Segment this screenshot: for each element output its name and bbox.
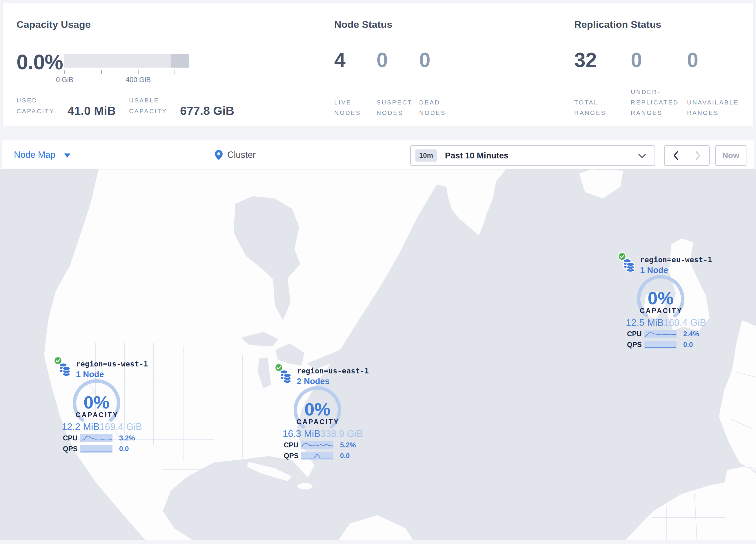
gauge-capacity-label: Capacity	[76, 411, 119, 419]
breadcrumb[interactable]: Cluster	[215, 150, 256, 160]
usable-capacity-stat: Usable Capacity 677.8 GiB	[129, 95, 234, 116]
breadcrumb-label: Cluster	[227, 150, 256, 160]
capacity-axis-tick	[64, 70, 65, 74]
suspect-nodes-stat: 0 Suspect Nodes	[377, 49, 417, 118]
time-range-label: Past 10 Minutes	[445, 151, 508, 160]
suspect-nodes-label: Suspect Nodes	[377, 97, 417, 118]
qps-metric-row: QPS 0.0	[63, 444, 129, 454]
locality-name[interactable]: region=us-west-1	[76, 360, 148, 368]
capacity-values: 16.3 MiB 338.9 GiB	[283, 428, 359, 439]
total-ranges-value: 32	[574, 49, 628, 71]
database-icon	[59, 362, 70, 376]
usable-capacity-label: Usable Capacity	[129, 95, 176, 116]
gauge-capacity-label: Capacity	[297, 418, 339, 426]
locality-name[interactable]: region=us-east-1	[297, 367, 369, 375]
unavailable-ranges-value: 0	[687, 49, 745, 71]
locality-card[interactable]: region=eu-west-1 1 Node 0% Capacity 12.5…	[622, 254, 721, 353]
cpu-metric-row: CPU 5.2%	[284, 440, 356, 450]
locality-marker: region=us-east-1 2 Nodes	[275, 363, 370, 384]
cluster-summary-panel: Capacity Usage 0.0% 0 GiB 400 GiB Used C…	[2, 3, 754, 126]
cpu-value: 5.2%	[340, 441, 356, 449]
capacity-used-value: 12.2 MiB	[62, 421, 99, 432]
node-status-title: Node Status	[334, 19, 392, 30]
cpu-label: CPU	[627, 330, 644, 338]
usable-capacity-value: 677.8 GiB	[180, 104, 234, 118]
now-button[interactable]: Now	[715, 145, 746, 166]
capacity-total-value: 338.9 GiB	[320, 428, 363, 439]
locality-node-count[interactable]: 1 Node	[640, 265, 712, 275]
live-nodes-label: Live Nodes	[334, 97, 375, 118]
database-icon	[280, 369, 291, 383]
capacity-axis-label: 400 GiB	[118, 76, 159, 84]
capacity-axis-label: 0 GiB	[44, 76, 85, 84]
under-replicated-ranges-stat: 0 Under-replicated Ranges	[631, 49, 685, 118]
capacity-bar-reserved-segment	[171, 54, 189, 68]
capacity-percent-value: 0.0%	[17, 50, 63, 74]
cpu-sparkline	[80, 434, 112, 442]
chevron-down-icon	[638, 154, 646, 158]
locality-card[interactable]: region=us-west-1 1 Node 0% Capacity 12.2…	[58, 359, 157, 457]
chevron-right-icon	[695, 151, 701, 160]
gauge-percent: 0%	[83, 392, 110, 412]
map-toolbar: Node Map Cluster 10m Past 10 Minutes Now	[2, 140, 754, 169]
qps-label: QPS	[63, 445, 80, 453]
time-next-button[interactable]	[687, 146, 709, 165]
locality-node-count[interactable]: 1 Node	[76, 370, 148, 379]
qps-value: 0.0	[119, 445, 129, 453]
qps-sparkline	[644, 341, 677, 349]
gauge-capacity-label: Capacity	[640, 307, 683, 315]
cpu-metric-row: CPU 2.4%	[627, 329, 699, 339]
locality-node-count[interactable]: 2 Nodes	[297, 377, 369, 386]
under-replicated-ranges-label: Under-replicated Ranges	[631, 87, 685, 118]
capacity-bar	[64, 54, 189, 68]
dead-nodes-label: Dead Nodes	[419, 97, 463, 118]
time-window-nav	[664, 145, 710, 166]
capacity-used-value: 16.3 MiB	[283, 428, 320, 439]
locality-card[interactable]: region=us-east-1 2 Nodes 0% Capacity 16.…	[279, 366, 377, 464]
locality-name[interactable]: region=eu-west-1	[640, 255, 712, 264]
replication-status-section: Replication Status 32 Total Ranges 0 Und…	[574, 3, 754, 126]
caret-down-icon	[64, 153, 70, 157]
capacity-values: 12.5 MiB 169.4 GiB	[626, 317, 702, 328]
cpu-sparkline	[644, 330, 677, 338]
view-selector-label: Node Map	[14, 150, 55, 160]
cpu-value: 3.2%	[119, 434, 135, 442]
capacity-usage-title: Capacity Usage	[17, 19, 91, 30]
time-range-badge: 10m	[415, 149, 437, 162]
capacity-values: 12.2 MiB 169.4 GiB	[62, 421, 138, 432]
used-capacity-stat: Used Capacity 41.0 MiB	[17, 95, 116, 116]
dead-nodes-stat: 0 Dead Nodes	[419, 49, 463, 118]
node-status-section: Node Status 4 Live Nodes 0 Suspect Nodes…	[334, 3, 560, 126]
capacity-usage-section: Capacity Usage 0.0% 0 GiB 400 GiB Used C…	[17, 3, 318, 126]
gauge-percent: 0%	[648, 288, 674, 308]
gauge-percent: 0%	[304, 399, 330, 419]
locality-marker: region=us-west-1 1 Node	[54, 356, 149, 377]
used-capacity-value: 41.0 MiB	[68, 104, 116, 118]
live-nodes-value: 4	[334, 49, 375, 71]
unavailable-ranges-label: Unavailable Ranges	[687, 97, 745, 118]
total-ranges-label: Total Ranges	[574, 97, 628, 118]
cpu-label: CPU	[284, 441, 301, 449]
cpu-label: CPU	[63, 434, 80, 442]
qps-label: QPS	[284, 452, 301, 460]
view-selector-dropdown[interactable]: Node Map	[14, 150, 70, 160]
location-pin-icon	[215, 150, 223, 160]
cpu-value: 2.4%	[683, 330, 699, 338]
node-map[interactable]: region=us-west-1 1 Node 0% Capacity 12.2…	[0, 169, 756, 540]
under-replicated-ranges-value: 0	[631, 49, 685, 71]
time-range-dropdown[interactable]: 10m Past 10 Minutes	[410, 145, 655, 166]
capacity-axis-tick	[101, 70, 102, 74]
capacity-total-value: 169.4 GiB	[99, 421, 142, 432]
qps-value: 0.0	[683, 341, 693, 349]
qps-value: 0.0	[340, 452, 350, 460]
used-capacity-label: Used Capacity	[17, 95, 63, 116]
unavailable-ranges-stat: 0 Unavailable Ranges	[687, 49, 745, 118]
qps-metric-row: QPS 0.0	[284, 451, 350, 460]
time-prev-button[interactable]	[665, 146, 687, 165]
capacity-used-value: 12.5 MiB	[626, 317, 664, 328]
replication-status-title: Replication Status	[574, 19, 661, 30]
world-map	[0, 169, 756, 540]
cpu-sparkline	[301, 441, 333, 449]
chevron-left-icon	[673, 151, 678, 160]
qps-label: QPS	[627, 341, 644, 349]
